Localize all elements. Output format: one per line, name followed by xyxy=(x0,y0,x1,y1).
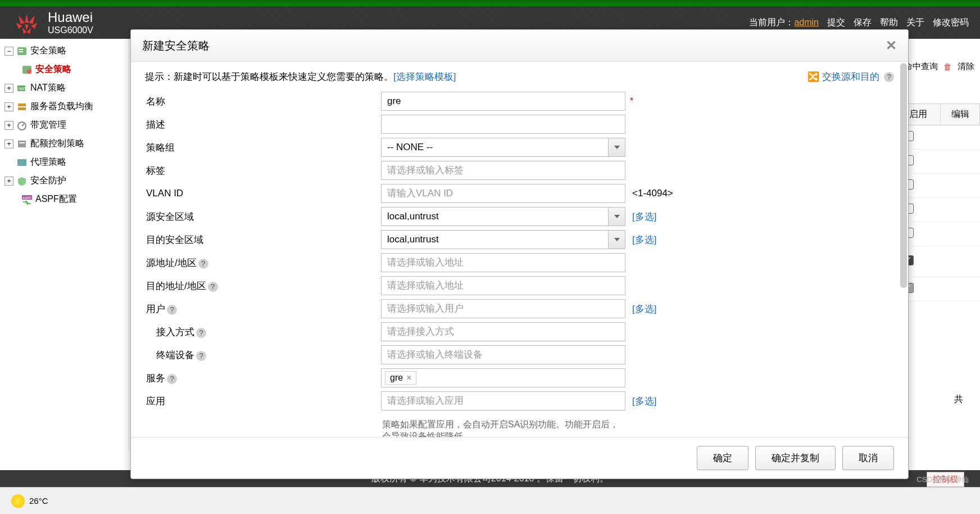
ok-copy-button[interactable]: 确定并复制 xyxy=(755,446,836,470)
quota-icon xyxy=(16,139,28,149)
name-input[interactable] xyxy=(381,92,625,111)
tag-input[interactable] xyxy=(381,161,625,180)
sidebar-item-nat-policy[interactable]: + NAT NAT策略 xyxy=(0,79,129,97)
search-button[interactable]: 命中查询 xyxy=(904,61,938,72)
group-label: 策略组 xyxy=(145,141,381,154)
policy-icon xyxy=(21,65,33,75)
terminal-label: 终端设备? xyxy=(145,349,381,362)
col-edit: 编辑 xyxy=(940,104,979,125)
collapse-icon[interactable]: − xyxy=(4,47,13,56)
src-addr-input[interactable] xyxy=(381,253,625,272)
logo: Huawei USG6000V xyxy=(11,10,93,35)
scrollbar[interactable] xyxy=(900,63,907,288)
shield-icon xyxy=(16,176,28,186)
help-icon[interactable]: ? xyxy=(198,259,208,269)
current-user-label: 当前用户： xyxy=(749,17,794,27)
weather-widget[interactable]: 26°C xyxy=(11,494,48,508)
save-link[interactable]: 保存 xyxy=(854,17,872,29)
server-icon xyxy=(16,102,28,112)
src-zone-label: 源安全区域 xyxy=(145,210,381,223)
user-input[interactable] xyxy=(381,299,625,318)
help-icon[interactable]: ? xyxy=(167,305,177,315)
svg-rect-10 xyxy=(18,141,26,147)
expand-icon[interactable]: + xyxy=(4,139,13,148)
desc-label: 描述 xyxy=(145,118,381,131)
help-icon[interactable]: ? xyxy=(884,72,894,82)
sun-icon xyxy=(11,494,25,508)
sidebar-item-proxy[interactable]: 代理策略 xyxy=(0,153,129,172)
policy-icon xyxy=(16,46,28,56)
watermark: CSDN @跨神仙 xyxy=(917,475,969,485)
header-right: 当前用户：admin 提交 保存 帮助 关于 修改密码 xyxy=(749,17,969,29)
new-policy-dialog: 新建安全策略 ✕ 提示：新建时可以基于策略模板来快速定义您需要的策略。 [选择策… xyxy=(130,29,909,479)
src-zone-select[interactable]: local,untrust xyxy=(381,207,625,226)
desc-input[interactable] xyxy=(381,115,625,134)
multi-link[interactable]: [多选] xyxy=(632,303,656,315)
expand-icon[interactable]: + xyxy=(4,121,13,130)
bandwidth-icon xyxy=(16,120,28,130)
access-input[interactable] xyxy=(381,322,625,341)
expand-icon[interactable]: + xyxy=(4,84,13,93)
svg-text:ASPF: ASPF xyxy=(22,196,31,200)
svg-rect-12 xyxy=(17,159,26,166)
ok-button[interactable]: 确定 xyxy=(697,446,748,470)
access-label: 接入方式? xyxy=(145,326,381,339)
help-icon[interactable]: ? xyxy=(196,351,206,361)
admin-link[interactable]: admin xyxy=(794,17,819,27)
multi-link[interactable]: [多选] xyxy=(632,210,656,223)
svg-rect-8 xyxy=(18,107,26,110)
help-icon[interactable]: ? xyxy=(196,328,206,338)
sidebar-item-bandwidth[interactable]: + 带宽管理 xyxy=(0,116,129,134)
help-icon[interactable]: ? xyxy=(167,374,177,384)
expand-icon[interactable]: + xyxy=(4,177,13,186)
terminal-input[interactable] xyxy=(381,345,625,364)
vlan-range: <1-4094> xyxy=(632,188,673,199)
dst-addr-input[interactable] xyxy=(381,276,625,295)
user-label: 用户? xyxy=(145,303,381,315)
sidebar-item-security-defense[interactable]: + 安全防护 xyxy=(0,172,129,190)
app-label: 应用 xyxy=(145,395,381,408)
cancel-button[interactable]: 取消 xyxy=(842,446,894,470)
nat-icon: NAT xyxy=(16,83,28,93)
multi-link[interactable]: [多选] xyxy=(632,233,656,246)
sidebar-item-load-balance[interactable]: + 服务器负载均衡 xyxy=(0,97,129,116)
os-taskbar: 26°C xyxy=(0,487,980,514)
svg-text:NAT: NAT xyxy=(19,87,26,91)
help-icon[interactable]: ? xyxy=(208,282,218,292)
service-input[interactable]: gre× xyxy=(381,368,625,387)
remove-tag-icon[interactable]: × xyxy=(406,373,411,383)
hint-text: 提示：新建时可以基于策略模板来快速定义您需要的策略。 xyxy=(145,70,393,83)
change-password-link[interactable]: 修改密码 xyxy=(933,17,969,29)
swap-link[interactable]: 🔀 交换源和目的 ? xyxy=(807,70,894,83)
trash-icon: 🗑 xyxy=(943,62,952,71)
sidebar-item-security-policy-sub[interactable]: 安全策略 xyxy=(0,60,129,79)
vlan-input[interactable] xyxy=(381,184,625,203)
svg-point-4 xyxy=(27,69,31,74)
submit-link[interactable]: 提交 xyxy=(827,17,845,29)
sidebar-item-security-policy[interactable]: − 安全策略 xyxy=(0,42,129,60)
dst-zone-select[interactable]: local,untrust xyxy=(381,230,625,249)
brand-title: Huawei xyxy=(48,10,93,25)
tag-label: 标签 xyxy=(145,164,381,177)
app-note: 策略如果配置应用，会自动开启SA识别功能。功能开启后，会导致设备性能降低。 xyxy=(381,419,625,437)
vlan-label: VLAN ID xyxy=(145,188,381,199)
multi-link[interactable]: [多选] xyxy=(632,395,656,408)
clear-button[interactable]: 清除 xyxy=(958,61,974,72)
app-input[interactable] xyxy=(381,391,625,411)
group-select[interactable]: -- NONE -- xyxy=(381,138,625,157)
svg-rect-7 xyxy=(18,103,26,106)
template-link[interactable]: [选择策略模板] xyxy=(393,70,456,83)
brand-subtitle: USG6000V xyxy=(48,25,93,35)
chevron-down-icon xyxy=(608,138,625,156)
service-label: 服务? xyxy=(145,372,381,385)
close-icon[interactable]: ✕ xyxy=(886,38,897,53)
aspf-icon: ASPF xyxy=(21,195,33,205)
expand-icon[interactable]: + xyxy=(4,102,13,111)
sidebar-item-aspf[interactable]: ASPF ASPF配置 xyxy=(0,190,129,209)
name-label: 名称 xyxy=(145,95,381,108)
about-link[interactable]: 关于 xyxy=(906,17,924,29)
help-link[interactable]: 帮助 xyxy=(880,17,898,29)
chevron-down-icon xyxy=(608,208,625,226)
service-tag: gre× xyxy=(385,371,416,385)
sidebar-item-quota[interactable]: + 配额控制策略 xyxy=(0,134,129,153)
